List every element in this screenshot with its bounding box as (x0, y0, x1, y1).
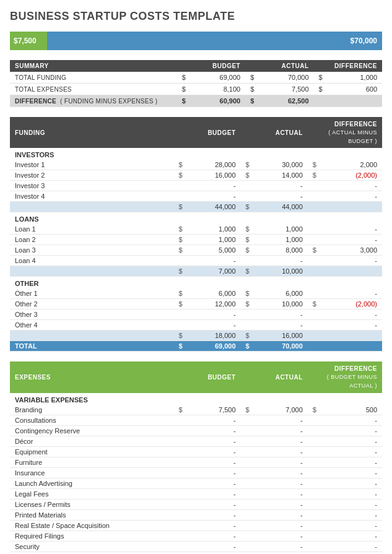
row-actual: - (256, 320, 308, 331)
row-actual: - (257, 488, 308, 499)
row-actual-dollar (241, 309, 256, 320)
row-label: Other 2 (10, 299, 173, 309)
row-budget-dollar: $ (173, 170, 188, 181)
row-diff: (2,000) (324, 299, 382, 309)
row-label (10, 331, 173, 341)
table-row: Other 4--- (10, 320, 382, 331)
table-row: Investor 4--- (10, 191, 382, 202)
row-budget: 1,000 (188, 224, 240, 235)
row-diff: - (329, 436, 382, 446)
row-diff: - (329, 488, 382, 499)
summary-table: SUMMARY BUDGET ACTUAL DIFFERENCE TOTAL F… (10, 60, 382, 107)
row-diff: - (324, 224, 382, 235)
row-diff-dollar: $ (308, 299, 324, 309)
progress-start-label: $7,500 (14, 37, 37, 45)
row-budget-dollar (173, 530, 190, 541)
row-budget: - (190, 499, 241, 509)
row-diff-dollar (308, 181, 324, 191)
row-budget: - (190, 467, 241, 478)
category-header: OTHER (10, 277, 382, 289)
row-diff-dollar (308, 331, 324, 341)
row-actual: 1,000 (256, 224, 308, 235)
row-budget-dollar (173, 425, 190, 436)
row-budget-dollar (173, 320, 188, 331)
table-row: Licenses / Permits--- (10, 499, 382, 509)
row-budget: - (190, 446, 241, 457)
row-actual-dollar: $ (241, 288, 256, 299)
row-budget: - (190, 425, 241, 436)
summary-difference-row: DIFFERENCE ( FUNDING MINUS EXPENSES ) $ … (10, 95, 382, 107)
row-actual: - (257, 467, 308, 478)
row-label: Insurance (10, 467, 173, 478)
row-actual: - (257, 425, 308, 436)
expenses-header-budget: BUDGET (173, 361, 240, 392)
row-diff-dollar: $ (308, 405, 329, 415)
row-actual: - (257, 509, 308, 520)
expenses-header-actual: ACTUAL (241, 361, 308, 392)
table-row: Legal Fees--- (10, 488, 382, 499)
summary-row-1-diff-dollar: $ (314, 84, 333, 95)
progress-end-label: $70,000 (351, 37, 377, 45)
row-label (10, 202, 173, 212)
summary-diff-budget: 60,900 (194, 95, 245, 107)
row-actual-dollar: $ (241, 224, 256, 235)
row-actual: - (257, 499, 308, 509)
summary-row-1-actual: 7,500 (262, 84, 313, 95)
row-budget: - (188, 181, 240, 191)
row-label: Printed Materials (10, 509, 173, 520)
row-label: Launch Advertising (10, 478, 173, 488)
row-budget: 5,000 (188, 245, 240, 256)
row-budget-dollar: $ (173, 235, 188, 245)
table-row: $18,000$16,000 (10, 331, 382, 341)
row-actual-dollar (241, 530, 258, 541)
row-diff-dollar: $ (308, 160, 324, 170)
row-actual-dollar: $ (241, 202, 256, 212)
row-budget-dollar (173, 446, 190, 457)
row-diff (324, 266, 382, 277)
row-diff: - (329, 446, 382, 457)
row-diff: - (324, 256, 382, 266)
summary-header-label: SUMMARY (10, 60, 177, 72)
row-actual-dollar (241, 415, 258, 425)
row-actual: 10,000 (256, 266, 308, 277)
row-budget: 7,000 (188, 266, 240, 277)
row-label: Other 3 (10, 309, 173, 320)
row-budget: - (190, 436, 241, 446)
row-actual: 44,000 (256, 202, 308, 212)
row-label: Décor (10, 436, 173, 446)
row-budget-dollar: $ (173, 224, 188, 235)
row-actual-dollar: $ (241, 405, 258, 415)
summary-header-budget: BUDGET (177, 60, 245, 72)
table-row: Printed Materials--- (10, 509, 382, 520)
row-actual-dollar: $ (241, 235, 256, 245)
page-title: BUSINESS STARTUP COSTS TEMPLATE (10, 10, 382, 23)
summary-diff-budget-dollar: $ (177, 95, 194, 107)
row-budget-dollar (173, 499, 190, 509)
row-actual-dollar (241, 436, 258, 446)
row-diff: - (329, 415, 382, 425)
row-actual: - (257, 530, 308, 541)
row-budget: 7,500 (190, 405, 241, 415)
row-actual: 1,000 (256, 235, 308, 245)
row-budget: - (188, 309, 240, 320)
row-budget: 28,000 (188, 160, 240, 170)
row-actual-dollar (241, 425, 258, 436)
row-diff-dollar (308, 266, 324, 277)
row-budget: - (190, 457, 241, 467)
row-diff: 3,000 (324, 245, 382, 256)
summary-row-1-diff: 600 (332, 84, 382, 95)
row-diff: (2,000) (324, 170, 382, 181)
row-diff-dollar (308, 224, 324, 235)
row-diff: - (324, 191, 382, 202)
table-row: Furniture--- (10, 457, 382, 467)
row-budget: 1,000 (188, 235, 240, 245)
row-label: Investor 1 (10, 160, 173, 170)
row-budget: - (188, 191, 240, 202)
row-actual-dollar (241, 256, 256, 266)
row-diff-dollar: $ (308, 245, 324, 256)
row-budget: 16,000 (188, 170, 240, 181)
row-diff: - (329, 425, 382, 436)
table-row: Loan 1$1,000$1,000- (10, 224, 382, 235)
row-diff (324, 331, 382, 341)
table-row: Real Estate / Space Acquisition--- (10, 520, 382, 530)
